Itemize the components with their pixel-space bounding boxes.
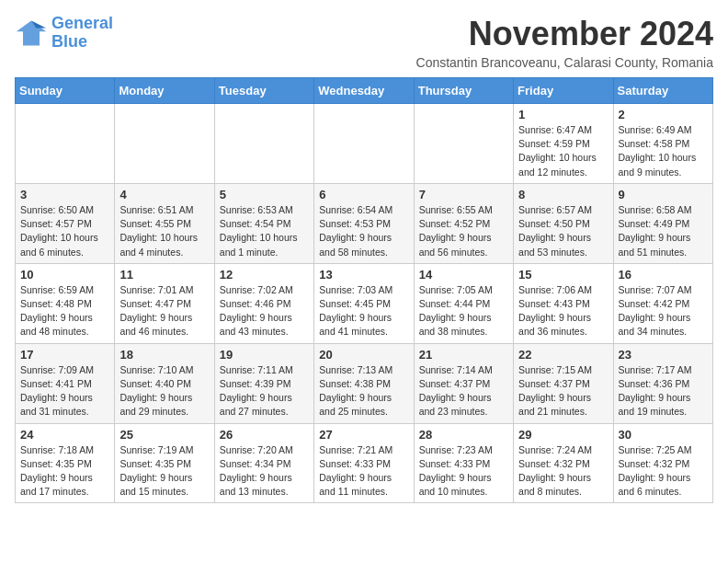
logo: General Blue xyxy=(15,15,113,52)
day-info: Sunrise: 6:49 AM Sunset: 4:58 PM Dayligh… xyxy=(619,123,708,179)
day-info: Sunrise: 6:50 AM Sunset: 4:57 PM Dayligh… xyxy=(20,203,109,259)
day-number: 5 xyxy=(220,188,309,201)
day-cell-26: 26Sunrise: 7:20 AM Sunset: 4:34 PM Dayli… xyxy=(214,423,313,503)
day-cell-27: 27Sunrise: 7:21 AM Sunset: 4:33 PM Dayli… xyxy=(314,423,414,503)
week-row-5: 24Sunrise: 7:18 AM Sunset: 4:35 PM Dayli… xyxy=(16,423,713,503)
day-number: 26 xyxy=(220,428,309,442)
calendar-body: 1Sunrise: 6:47 AM Sunset: 4:59 PM Daylig… xyxy=(16,104,713,503)
day-cell-6: 6Sunrise: 6:54 AM Sunset: 4:53 PM Daylig… xyxy=(314,183,414,263)
day-number: 10 xyxy=(20,268,109,282)
day-number: 7 xyxy=(419,188,508,201)
day-number: 12 xyxy=(220,268,309,282)
empty-cell xyxy=(214,104,313,184)
day-info: Sunrise: 7:01 AM Sunset: 4:47 PM Dayligh… xyxy=(119,283,209,339)
day-cell-12: 12Sunrise: 7:02 AM Sunset: 4:46 PM Dayli… xyxy=(214,263,313,343)
day-info: Sunrise: 7:03 AM Sunset: 4:45 PM Dayligh… xyxy=(319,283,408,339)
day-number: 2 xyxy=(619,108,708,121)
week-row-2: 3Sunrise: 6:50 AM Sunset: 4:57 PM Daylig… xyxy=(16,183,713,263)
day-cell-24: 24Sunrise: 7:18 AM Sunset: 4:35 PM Dayli… xyxy=(16,423,115,503)
day-cell-9: 9Sunrise: 6:58 AM Sunset: 4:49 PM Daylig… xyxy=(613,183,712,263)
day-cell-1: 1Sunrise: 6:47 AM Sunset: 4:59 PM Daylig… xyxy=(514,104,613,184)
day-info: Sunrise: 6:55 AM Sunset: 4:52 PM Dayligh… xyxy=(419,203,508,259)
day-info: Sunrise: 7:05 AM Sunset: 4:44 PM Dayligh… xyxy=(419,283,508,339)
empty-cell xyxy=(16,104,115,184)
day-number: 8 xyxy=(518,188,608,201)
day-number: 14 xyxy=(419,268,508,282)
logo-text: General Blue xyxy=(51,15,113,52)
day-info: Sunrise: 7:18 AM Sunset: 4:35 PM Dayligh… xyxy=(20,443,109,500)
day-number: 15 xyxy=(518,268,608,282)
day-cell-7: 7Sunrise: 6:55 AM Sunset: 4:52 PM Daylig… xyxy=(414,183,513,263)
day-info: Sunrise: 7:15 AM Sunset: 4:37 PM Dayligh… xyxy=(518,363,608,419)
day-info: Sunrise: 7:06 AM Sunset: 4:43 PM Dayligh… xyxy=(518,283,608,339)
day-number: 22 xyxy=(518,348,608,362)
day-cell-13: 13Sunrise: 7:03 AM Sunset: 4:45 PM Dayli… xyxy=(314,263,414,343)
day-info: Sunrise: 6:53 AM Sunset: 4:54 PM Dayligh… xyxy=(220,203,309,259)
week-row-3: 10Sunrise: 6:59 AM Sunset: 4:48 PM Dayli… xyxy=(16,263,713,343)
day-number: 24 xyxy=(20,428,109,442)
day-info: Sunrise: 7:21 AM Sunset: 4:33 PM Dayligh… xyxy=(319,443,408,500)
day-cell-17: 17Sunrise: 7:09 AM Sunset: 4:41 PM Dayli… xyxy=(16,343,115,423)
day-cell-22: 22Sunrise: 7:15 AM Sunset: 4:37 PM Dayli… xyxy=(514,343,613,423)
day-number: 17 xyxy=(20,348,109,362)
week-row-4: 17Sunrise: 7:09 AM Sunset: 4:41 PM Dayli… xyxy=(16,343,713,423)
svg-marker-0 xyxy=(17,20,46,45)
day-number: 4 xyxy=(119,188,209,201)
day-info: Sunrise: 7:02 AM Sunset: 4:46 PM Dayligh… xyxy=(220,283,309,339)
day-number: 21 xyxy=(419,348,508,362)
day-cell-2: 2Sunrise: 6:49 AM Sunset: 4:58 PM Daylig… xyxy=(613,104,712,184)
column-header-tuesday: Tuesday xyxy=(214,78,313,104)
day-info: Sunrise: 7:07 AM Sunset: 4:42 PM Dayligh… xyxy=(619,283,708,339)
day-cell-25: 25Sunrise: 7:19 AM Sunset: 4:35 PM Dayli… xyxy=(115,423,214,503)
day-cell-5: 5Sunrise: 6:53 AM Sunset: 4:54 PM Daylig… xyxy=(214,183,313,263)
calendar-table: SundayMondayTuesdayWednesdayThursdayFrid… xyxy=(15,77,713,503)
day-info: Sunrise: 6:51 AM Sunset: 4:55 PM Dayligh… xyxy=(119,203,209,259)
title-block: November 2024 Constantin Brancoveanu, Ca… xyxy=(416,15,713,70)
day-cell-10: 10Sunrise: 6:59 AM Sunset: 4:48 PM Dayli… xyxy=(16,263,115,343)
column-header-thursday: Thursday xyxy=(414,78,513,104)
day-cell-23: 23Sunrise: 7:17 AM Sunset: 4:36 PM Dayli… xyxy=(613,343,712,423)
day-cell-14: 14Sunrise: 7:05 AM Sunset: 4:44 PM Dayli… xyxy=(414,263,513,343)
day-info: Sunrise: 7:09 AM Sunset: 4:41 PM Dayligh… xyxy=(20,363,109,419)
page-header: General Blue November 2024 Constantin Br… xyxy=(15,15,713,70)
day-info: Sunrise: 6:57 AM Sunset: 4:50 PM Dayligh… xyxy=(518,203,608,259)
day-info: Sunrise: 7:24 AM Sunset: 4:32 PM Dayligh… xyxy=(518,443,608,500)
day-cell-16: 16Sunrise: 7:07 AM Sunset: 4:42 PM Dayli… xyxy=(613,263,712,343)
day-number: 6 xyxy=(319,188,408,201)
day-cell-3: 3Sunrise: 6:50 AM Sunset: 4:57 PM Daylig… xyxy=(16,183,115,263)
day-cell-19: 19Sunrise: 7:11 AM Sunset: 4:39 PM Dayli… xyxy=(214,343,313,423)
empty-cell xyxy=(314,104,414,184)
column-header-monday: Monday xyxy=(115,78,214,104)
day-number: 28 xyxy=(419,428,508,442)
day-info: Sunrise: 6:59 AM Sunset: 4:48 PM Dayligh… xyxy=(20,283,109,339)
day-info: Sunrise: 7:20 AM Sunset: 4:34 PM Dayligh… xyxy=(220,443,309,500)
day-number: 18 xyxy=(119,348,209,362)
column-header-friday: Friday xyxy=(514,78,613,104)
day-info: Sunrise: 6:54 AM Sunset: 4:53 PM Dayligh… xyxy=(319,203,408,259)
day-number: 25 xyxy=(119,428,209,442)
empty-cell xyxy=(115,104,214,184)
day-cell-28: 28Sunrise: 7:23 AM Sunset: 4:33 PM Dayli… xyxy=(414,423,513,503)
day-number: 30 xyxy=(619,428,708,442)
day-cell-15: 15Sunrise: 7:06 AM Sunset: 4:43 PM Dayli… xyxy=(514,263,613,343)
day-info: Sunrise: 7:25 AM Sunset: 4:32 PM Dayligh… xyxy=(619,443,708,500)
day-info: Sunrise: 7:11 AM Sunset: 4:39 PM Dayligh… xyxy=(220,363,309,419)
day-number: 29 xyxy=(518,428,608,442)
day-info: Sunrise: 6:58 AM Sunset: 4:49 PM Dayligh… xyxy=(619,203,708,259)
day-info: Sunrise: 7:23 AM Sunset: 4:33 PM Dayligh… xyxy=(419,443,508,500)
day-number: 16 xyxy=(619,268,708,282)
day-cell-11: 11Sunrise: 7:01 AM Sunset: 4:47 PM Dayli… xyxy=(115,263,214,343)
day-cell-18: 18Sunrise: 7:10 AM Sunset: 4:40 PM Dayli… xyxy=(115,343,214,423)
header-row: SundayMondayTuesdayWednesdayThursdayFrid… xyxy=(16,78,713,104)
day-number: 13 xyxy=(319,268,408,282)
month-title: November 2024 xyxy=(416,15,713,53)
day-number: 11 xyxy=(119,268,209,282)
day-number: 27 xyxy=(319,428,408,442)
day-cell-30: 30Sunrise: 7:25 AM Sunset: 4:32 PM Dayli… xyxy=(613,423,712,503)
calendar-header: SundayMondayTuesdayWednesdayThursdayFrid… xyxy=(16,78,713,104)
day-number: 9 xyxy=(619,188,708,201)
day-number: 1 xyxy=(518,108,608,121)
day-cell-29: 29Sunrise: 7:24 AM Sunset: 4:32 PM Dayli… xyxy=(514,423,613,503)
column-header-sunday: Sunday xyxy=(16,78,115,104)
day-number: 23 xyxy=(619,348,708,362)
